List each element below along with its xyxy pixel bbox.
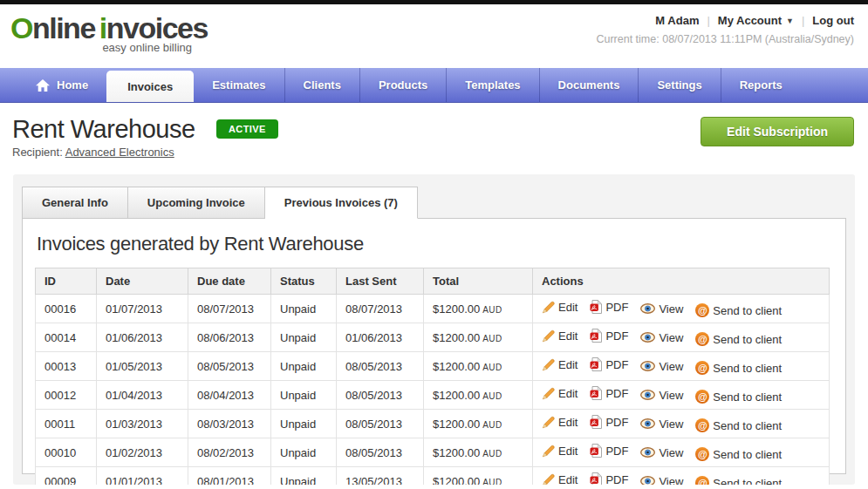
user-name[interactable]: M Adam [655,14,699,27]
nav-item-settings[interactable]: Settings [638,68,720,102]
cell-last-sent: 13/05/2013 [337,467,424,486]
action-pdf[interactable]: PDF [590,444,628,458]
currency-code: AUD [482,305,502,315]
cell-due-date: 08/04/2013 [188,381,271,410]
tabs-bar: General InfoUpcoming InvoicePrevious Inv… [13,175,855,219]
column-header: Due date [188,268,271,295]
action-label: Edit [558,329,578,343]
action-label: PDF [605,473,628,486]
current-time: Current time: 08/07/2013 11:11PM (Austra… [596,33,854,45]
action-pdf[interactable]: PDF [590,300,628,314]
app-logo[interactable]: Onlineinvoices easy online billing [10,12,194,54]
tab-label: Upcoming Invoice [147,196,245,209]
action-label: PDF [605,358,628,371]
action-send[interactable]: @Send to client [695,361,782,375]
nav-item-clients[interactable]: Clients [284,68,359,102]
cell-total: $1200.00AUD [424,467,533,486]
tab-upcoming-invoice[interactable]: Upcoming Invoice [128,187,265,219]
action-edit[interactable]: Edit [542,473,578,485]
invoice-row: 00016 01/07/2013 08/07/2013 Unpaid 08/07… [36,295,830,323]
total-amount: $1200.00 [433,389,480,402]
action-view[interactable]: View [640,475,683,486]
action-edit[interactable]: Edit [542,329,578,343]
pdf-file-icon [590,415,602,429]
cell-last-sent: 08/05/2013 [337,381,424,410]
nav-item-templates[interactable]: Templates [446,68,538,102]
action-label: Edit [558,416,578,429]
action-send[interactable]: @Send to client [695,390,782,404]
send-at-icon: @ [695,303,709,317]
action-edit[interactable]: Edit [542,301,578,314]
cell-due-date: 08/05/2013 [188,352,271,381]
action-label: Send to client [713,419,782,432]
pdf-file-icon [590,300,602,314]
action-view[interactable]: View [640,418,683,431]
nav-item-invoices[interactable]: Invoices [106,71,194,102]
action-label: View [659,331,683,344]
action-pdf[interactable]: PDF [590,386,628,400]
view-eye-icon [640,476,655,485]
view-eye-icon [640,447,655,458]
tab-general-info[interactable]: General Info [22,187,128,219]
currency-code: AUD [482,420,502,430]
cell-due-date: 08/06/2013 [188,323,271,352]
action-view[interactable]: View [640,302,683,316]
action-edit[interactable]: Edit [542,445,578,458]
account-line: M Adam|My Account▼|Log out [596,14,854,27]
logout-link[interactable]: Log out [812,14,854,27]
cell-total: $1200.00AUD [424,381,533,410]
action-label: Edit [558,301,578,314]
nav-item-reports[interactable]: Reports [721,68,801,102]
nav-item-home[interactable]: Home [17,68,106,102]
action-view[interactable]: View [640,360,683,373]
cell-status: Unpaid [271,295,337,323]
pdf-file-icon [590,386,602,400]
action-send[interactable]: @Send to client [695,418,782,432]
recipient-link[interactable]: Advanced Electronics [65,146,174,159]
action-edit[interactable]: Edit [542,416,578,429]
nav-item-estimates[interactable]: Estimates [194,68,284,102]
cell-total: $1200.00AUD [424,323,533,352]
edit-pencil-icon [542,329,555,343]
edit-pencil-icon [542,473,555,485]
action-pdf[interactable]: PDF [590,357,628,371]
action-label: Send to client [713,477,782,486]
cell-status: Unpaid [271,467,337,486]
action-label: View [659,475,683,486]
action-pdf[interactable]: PDF [590,415,628,429]
action-send[interactable]: @Send to client [695,332,782,346]
action-view[interactable]: View [640,389,683,402]
invoice-row: 00009 01/01/2013 08/01/2013 Unpaid 13/05… [36,467,830,486]
invoice-row: 00013 01/05/2013 08/05/2013 Unpaid 08/05… [36,352,830,381]
cell-status: Unpaid [271,323,337,352]
nav-label: Documents [558,78,620,92]
action-edit[interactable]: Edit [542,387,578,400]
edit-subscription-button[interactable]: Edit Subscription [701,117,854,146]
edit-pencil-icon [542,416,555,429]
action-send[interactable]: @Send to client [695,476,782,485]
cell-last-sent: 08/05/2013 [337,410,424,438]
action-pdf[interactable]: PDF [590,472,628,485]
send-at-icon: @ [695,418,709,432]
action-send[interactable]: @Send to client [695,447,782,461]
tab-previous-invoices-7[interactable]: Previous Invoices (7) [265,187,418,219]
actions-cell: Edit PDF View@Send to client [533,323,830,352]
action-edit[interactable]: Edit [542,358,578,371]
currency-code: AUD [482,334,502,343]
cell-date: 01/02/2013 [97,438,188,467]
page-title: Rent Warehouse [12,115,195,144]
cell-last-sent: 01/06/2013 [337,323,424,352]
currency-code: AUD [482,449,502,458]
actions-cell: Edit PDF View@Send to client [533,410,830,438]
action-view[interactable]: View [640,331,683,344]
nav-item-products[interactable]: Products [359,68,446,102]
action-view[interactable]: View [640,446,683,459]
action-pdf[interactable]: PDF [590,329,628,343]
currency-code: AUD [482,391,502,401]
action-send[interactable]: @Send to client [695,303,782,317]
cell-date: 01/04/2013 [97,381,188,410]
logo-text: Onlineinvoices [10,12,194,44]
divider: | [707,14,709,27]
nav-item-documents[interactable]: Documents [539,68,639,102]
my-account-menu[interactable]: My Account▼ [718,14,794,27]
